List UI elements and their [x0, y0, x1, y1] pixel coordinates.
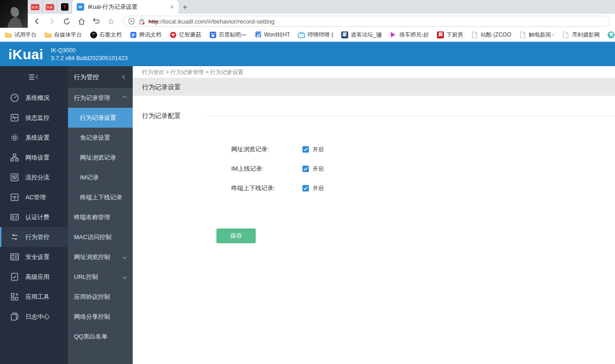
undo-button[interactable] [90, 15, 103, 27]
submenu-item-network-share-control[interactable]: 网络分享控制 [68, 307, 133, 327]
checkbox-url-browse-record[interactable] [302, 146, 309, 153]
bookmark-shimo[interactable]: “ 石墨文档 [90, 31, 122, 39]
new-tab-button[interactable]: + [178, 1, 191, 14]
shield-plus-icon[interactable] [128, 18, 135, 25]
app-header: iKuai IK-Q3000 3.7.2 x64 Build2023051014… [0, 42, 615, 66]
breadcrumb: 行为管控 > 行为记录管理 > 行为记录设置 [133, 66, 615, 78]
forward-button[interactable] [45, 15, 58, 27]
bookmark-bilibili[interactable]: 哔哩哔哩 ( [298, 31, 333, 39]
wall-icon [9, 252, 19, 262]
back-button[interactable] [31, 15, 43, 27]
pinned-tab-toutiao-2[interactable]: 头条 [43, 0, 57, 14]
url-text[interactable]: http://local.ikuai8.com/#/behavior/recor… [148, 18, 274, 25]
chevron-down-icon [123, 255, 127, 259]
sidebar-item-advanced-apps[interactable]: 高级应用 [0, 267, 68, 287]
submenu-item-mac-access-control[interactable]: MAC访问控制 [68, 227, 133, 247]
sidebar-item-log-center[interactable]: 日志中心 [0, 307, 68, 327]
submenu-item-url-browse-record[interactable]: 网址浏览记录 [68, 148, 133, 167]
sidebar-item-security-settings[interactable]: 安全设置 [0, 247, 68, 267]
checkbox-label[interactable]: 开启 [313, 185, 324, 192]
submenu-item-terminal-online-record[interactable]: 终端上下线记录 [68, 187, 133, 207]
tieba-paw-icon [209, 31, 216, 38]
insecure-lock-icon[interactable] [138, 18, 145, 25]
bookmark-folder[interactable]: 自媒体平台 [44, 31, 82, 39]
submenu-group-url-control[interactable]: URL控制 [68, 267, 133, 287]
page-title: 行为记录设置 [133, 78, 615, 96]
checkbox-label[interactable]: 开启 [313, 165, 324, 173]
section-title: 行为记录配置 [142, 112, 181, 120]
chevron-up-icon [123, 96, 127, 100]
mushroom-icon [169, 31, 177, 38]
checkbox-im-online-record[interactable] [302, 166, 309, 172]
sidebar-item-app-tools[interactable]: 应用工具 [0, 287, 68, 307]
home-button[interactable] [75, 15, 88, 27]
bookmark-mushroom[interactable]: 亿智蘑菇 [169, 31, 201, 39]
checkbox-terminal-online-record[interactable] [302, 185, 309, 191]
bookmark-label: 逍客论坛_骊 [351, 31, 382, 39]
sidebar-collapse-button[interactable]: ☰ [0, 66, 68, 88]
submenu-group-record-management[interactable]: 行为记录管理 [68, 88, 133, 108]
checkbox-label[interactable]: 开启 [313, 146, 324, 154]
bookmark-label: 亮剑摄影网 [572, 31, 600, 39]
sidebar-item-system-settings[interactable]: 系统设置 [0, 128, 68, 148]
submenu-item-no-record-setting[interactable]: 免记录设置 [68, 128, 133, 148]
bookmark-zongyixiu[interactable]: 秀 综艺秀_台湾 [608, 31, 615, 39]
address-bar[interactable]: http://local.ikuai8.com/#/behavior/recor… [123, 16, 610, 27]
submenu-header[interactable]: 行为管控 [68, 66, 133, 88]
sidebar-item-status-monitor[interactable]: 状态监控 [0, 108, 68, 128]
monitor-icon [9, 113, 19, 123]
bookmark-zcool[interactable]: 站酷 (ZCOO [471, 31, 511, 39]
arrows-icon [9, 232, 19, 242]
form-label: 网址浏览记录: [231, 145, 302, 154]
logs-icon [9, 312, 19, 322]
bookmark-liangjian-photo[interactable]: 亮剑摄影网 [562, 31, 600, 39]
submenu-item-im-record[interactable]: IM记录 [68, 167, 133, 187]
submenu-item-record-setting[interactable]: 行为记录设置 [68, 108, 133, 128]
network-icon [9, 153, 19, 163]
tab-ikuai-active[interactable]: iK iKuai-行为记录设置 × [72, 0, 178, 14]
refresh-icon [63, 18, 71, 25]
sidebar-item-behavior-control[interactable]: 行为管控 [0, 227, 68, 247]
wifi-icon [9, 192, 19, 203]
submenu-item-terminal-name-management[interactable]: 终端名称管理 [68, 207, 133, 227]
bookmark-xiaoke-forum[interactable]: 家 逍客论坛_骊 [341, 31, 382, 39]
form-row-im-online-record: IM上线记录: 开启 [231, 165, 615, 173]
bookmark-xiachufang[interactable]: 厨 下厨房 [437, 31, 463, 39]
bookmark-word-converter[interactable]: 档 Word转HT [254, 31, 290, 39]
sidebar-item-network-settings[interactable]: 网络设置 [0, 148, 68, 167]
secondary-sidebar: 行为管控 行为记录管理 行为记录设置 免记录设置 网址浏览记录 IM记录 [68, 66, 133, 364]
favorite-star-button[interactable]: ☆ [105, 15, 117, 27]
main-content: 行为管控 > 行为记录管理 > 行为记录设置 行为记录设置 行为记录配置 网址浏… [133, 66, 615, 364]
sidebar-item-flow-control[interactable]: 流控分流 [0, 167, 68, 187]
submenu-item-app-protocol-control[interactable]: 应用协议控制 [68, 287, 133, 307]
tab-close-icon[interactable]: × [169, 3, 175, 11]
xiu-circle-icon: 秀 [608, 31, 615, 38]
bookmark-folder[interactable]: 试用平台 [5, 31, 37, 39]
save-button[interactable]: 保存 [216, 228, 256, 243]
tools-icon [9, 292, 19, 302]
bookmark-label: 自媒体平台 [54, 31, 82, 39]
submenu-group-url-browse-control[interactable]: 网址浏览控制 [68, 247, 133, 267]
pinned-tab-toutiao-1[interactable]: 头条 [28, 0, 43, 14]
idcard-icon [9, 212, 19, 222]
bookmark-tieba[interactable]: 百度贴吧— [209, 31, 246, 39]
sidebar-item-auth-billing[interactable]: 认证计费 [0, 207, 68, 227]
bookmark-tencent-docs[interactable]: 腾讯文档 [129, 31, 161, 39]
folder-icon [5, 31, 12, 38]
jia-square-icon: 家 [341, 31, 349, 38]
gear-icon [9, 133, 19, 143]
section-header: 行为记录配置 [142, 112, 615, 120]
bookmark-chudian-news[interactable]: 触电新闻 - [519, 31, 554, 39]
bookmark-wuche[interactable]: 捂车师兄-好 [389, 31, 429, 39]
form-label: IM上线记录: [231, 165, 302, 173]
page-icon [471, 31, 478, 38]
sidebar-item-system-overview[interactable]: 系统概况 [0, 88, 68, 108]
bookmark-label: 触电新闻 - [529, 31, 554, 39]
check-icon [303, 148, 308, 151]
submenu-item-qq-blackwhite-list[interactable]: QQ黑白名单 [68, 327, 133, 346]
sidebar-item-ac-management[interactable]: AC管理 [0, 187, 68, 207]
browser-window: 头条 头条 T iK iKuai-行为记录设置 × + [0, 0, 615, 364]
pinned-tab-t[interactable]: T [57, 0, 72, 14]
refresh-button[interactable] [60, 15, 73, 27]
back-icon [33, 18, 41, 25]
